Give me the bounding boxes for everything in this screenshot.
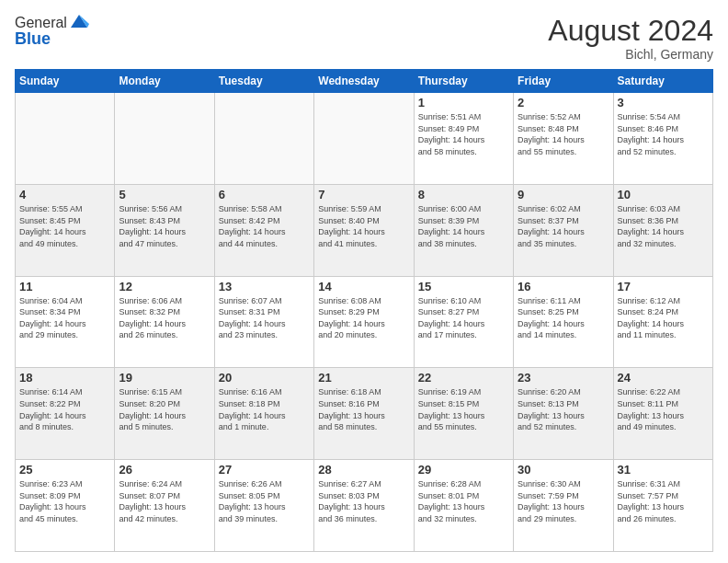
calendar-cell: 22Sunrise: 6:19 AMSunset: 8:15 PMDayligh…	[414, 368, 513, 460]
week-row-1: 1Sunrise: 5:51 AMSunset: 8:49 PMDaylight…	[16, 93, 713, 185]
day-info: Sunrise: 5:51 AMSunset: 8:49 PMDaylight:…	[418, 111, 509, 157]
day-number: 4	[19, 188, 110, 201]
calendar-cell	[214, 93, 313, 185]
col-friday: Friday	[514, 70, 613, 93]
day-info: Sunrise: 6:27 AMSunset: 8:03 PMDaylight:…	[318, 478, 409, 524]
day-number: 6	[219, 188, 310, 201]
week-row-4: 18Sunrise: 6:14 AMSunset: 8:22 PMDayligh…	[16, 368, 713, 460]
day-number: 3	[618, 96, 709, 109]
day-info: Sunrise: 5:54 AMSunset: 8:46 PMDaylight:…	[618, 111, 709, 157]
day-number: 1	[418, 96, 509, 109]
calendar-cell: 17Sunrise: 6:12 AMSunset: 8:24 PMDayligh…	[613, 276, 712, 368]
day-number: 16	[518, 280, 609, 293]
day-info: Sunrise: 6:30 AMSunset: 7:59 PMDaylight:…	[518, 478, 609, 524]
day-info: Sunrise: 6:14 AMSunset: 8:22 PMDaylight:…	[19, 386, 110, 432]
day-number: 31	[618, 463, 709, 477]
calendar-cell: 18Sunrise: 6:14 AMSunset: 8:22 PMDayligh…	[16, 368, 115, 460]
day-number: 26	[119, 463, 210, 477]
calendar-cell	[16, 93, 115, 185]
day-number: 13	[219, 280, 310, 293]
calendar-cell: 24Sunrise: 6:22 AMSunset: 8:11 PMDayligh…	[613, 368, 712, 460]
week-row-3: 11Sunrise: 6:04 AMSunset: 8:34 PMDayligh…	[16, 276, 713, 368]
calendar-cell: 5Sunrise: 5:56 AMSunset: 8:43 PMDaylight…	[115, 184, 214, 276]
day-info: Sunrise: 6:22 AMSunset: 8:11 PMDaylight:…	[618, 386, 709, 432]
calendar-cell: 9Sunrise: 6:02 AMSunset: 8:37 PMDaylight…	[514, 184, 613, 276]
day-number: 24	[618, 371, 709, 385]
day-info: Sunrise: 6:07 AMSunset: 8:31 PMDaylight:…	[219, 295, 310, 341]
day-info: Sunrise: 6:28 AMSunset: 8:01 PMDaylight:…	[418, 478, 509, 524]
day-number: 12	[119, 280, 210, 293]
calendar-cell: 3Sunrise: 5:54 AMSunset: 8:46 PMDaylight…	[613, 93, 712, 185]
day-number: 2	[518, 96, 609, 109]
day-number: 9	[518, 188, 609, 201]
col-tuesday: Tuesday	[214, 70, 313, 93]
calendar-cell: 8Sunrise: 6:00 AMSunset: 8:39 PMDaylight…	[414, 184, 513, 276]
location-label: Bichl, Germany	[548, 47, 713, 62]
col-monday: Monday	[115, 70, 214, 93]
calendar-table: Sunday Monday Tuesday Wednesday Thursday…	[15, 69, 713, 552]
day-info: Sunrise: 6:10 AMSunset: 8:27 PMDaylight:…	[418, 295, 509, 341]
day-number: 18	[19, 371, 110, 385]
day-info: Sunrise: 6:04 AMSunset: 8:34 PMDaylight:…	[19, 295, 110, 341]
day-info: Sunrise: 6:18 AMSunset: 8:16 PMDaylight:…	[318, 386, 409, 432]
calendar-cell: 13Sunrise: 6:07 AMSunset: 8:31 PMDayligh…	[214, 276, 313, 368]
week-row-5: 25Sunrise: 6:23 AMSunset: 8:09 PMDayligh…	[16, 460, 713, 552]
logo: General Blue	[15, 15, 89, 49]
day-number: 30	[518, 463, 609, 477]
day-info: Sunrise: 5:56 AMSunset: 8:43 PMDaylight:…	[119, 203, 210, 249]
day-info: Sunrise: 6:24 AMSunset: 8:07 PMDaylight:…	[119, 478, 210, 524]
day-info: Sunrise: 6:31 AMSunset: 7:57 PMDaylight:…	[618, 478, 709, 524]
calendar-cell: 27Sunrise: 6:26 AMSunset: 8:05 PMDayligh…	[214, 460, 313, 552]
calendar-cell: 28Sunrise: 6:27 AMSunset: 8:03 PMDayligh…	[314, 460, 414, 552]
month-year-title: August 2024	[548, 15, 713, 47]
day-number: 28	[318, 463, 409, 477]
calendar-cell: 15Sunrise: 6:10 AMSunset: 8:27 PMDayligh…	[414, 276, 513, 368]
calendar-cell: 4Sunrise: 5:55 AMSunset: 8:45 PMDaylight…	[16, 184, 115, 276]
calendar-cell: 25Sunrise: 6:23 AMSunset: 8:09 PMDayligh…	[16, 460, 115, 552]
day-number: 23	[518, 371, 609, 385]
day-number: 7	[318, 188, 409, 201]
day-info: Sunrise: 6:11 AMSunset: 8:25 PMDaylight:…	[518, 295, 609, 341]
day-number: 21	[318, 371, 409, 385]
calendar-cell: 29Sunrise: 6:28 AMSunset: 8:01 PMDayligh…	[414, 460, 513, 552]
day-number: 25	[19, 463, 110, 477]
day-number: 11	[19, 280, 110, 293]
day-info: Sunrise: 6:19 AMSunset: 8:15 PMDaylight:…	[418, 386, 509, 432]
day-info: Sunrise: 6:15 AMSunset: 8:20 PMDaylight:…	[119, 386, 210, 432]
calendar-cell: 30Sunrise: 6:30 AMSunset: 7:59 PMDayligh…	[514, 460, 613, 552]
day-number: 17	[618, 280, 709, 293]
day-info: Sunrise: 6:16 AMSunset: 8:18 PMDaylight:…	[219, 386, 310, 432]
calendar-cell: 20Sunrise: 6:16 AMSunset: 8:18 PMDayligh…	[214, 368, 313, 460]
day-info: Sunrise: 5:59 AMSunset: 8:40 PMDaylight:…	[318, 203, 409, 249]
day-info: Sunrise: 6:06 AMSunset: 8:32 PMDaylight:…	[119, 295, 210, 341]
day-info: Sunrise: 6:08 AMSunset: 8:29 PMDaylight:…	[318, 295, 409, 341]
day-number: 5	[119, 188, 210, 201]
day-number: 15	[418, 280, 509, 293]
calendar-header-row: Sunday Monday Tuesday Wednesday Thursday…	[16, 70, 713, 93]
week-row-2: 4Sunrise: 5:55 AMSunset: 8:45 PMDaylight…	[16, 184, 713, 276]
day-number: 14	[318, 280, 409, 293]
logo-icon	[69, 11, 89, 31]
day-info: Sunrise: 5:58 AMSunset: 8:42 PMDaylight:…	[219, 203, 310, 249]
day-info: Sunrise: 6:00 AMSunset: 8:39 PMDaylight:…	[418, 203, 509, 249]
page: General Blue August 2024 Bichl, Germany …	[0, 0, 728, 563]
day-info: Sunrise: 6:03 AMSunset: 8:36 PMDaylight:…	[618, 203, 709, 249]
calendar-cell: 10Sunrise: 6:03 AMSunset: 8:36 PMDayligh…	[613, 184, 712, 276]
calendar-cell: 2Sunrise: 5:52 AMSunset: 8:48 PMDaylight…	[514, 93, 613, 185]
day-info: Sunrise: 6:02 AMSunset: 8:37 PMDaylight:…	[518, 203, 609, 249]
day-info: Sunrise: 5:52 AMSunset: 8:48 PMDaylight:…	[518, 111, 609, 157]
logo-blue-text: Blue	[15, 29, 89, 49]
day-number: 27	[219, 463, 310, 477]
day-info: Sunrise: 6:20 AMSunset: 8:13 PMDaylight:…	[518, 386, 609, 432]
calendar-cell: 1Sunrise: 5:51 AMSunset: 8:49 PMDaylight…	[414, 93, 513, 185]
day-number: 22	[418, 371, 509, 385]
calendar-cell	[314, 93, 414, 185]
calendar-cell: 12Sunrise: 6:06 AMSunset: 8:32 PMDayligh…	[115, 276, 214, 368]
day-number: 20	[219, 371, 310, 385]
day-number: 10	[618, 188, 709, 201]
day-info: Sunrise: 6:23 AMSunset: 8:09 PMDaylight:…	[19, 478, 110, 524]
calendar-cell: 21Sunrise: 6:18 AMSunset: 8:16 PMDayligh…	[314, 368, 414, 460]
day-info: Sunrise: 6:12 AMSunset: 8:24 PMDaylight:…	[618, 295, 709, 341]
calendar-cell: 16Sunrise: 6:11 AMSunset: 8:25 PMDayligh…	[514, 276, 613, 368]
calendar-cell: 11Sunrise: 6:04 AMSunset: 8:34 PMDayligh…	[16, 276, 115, 368]
